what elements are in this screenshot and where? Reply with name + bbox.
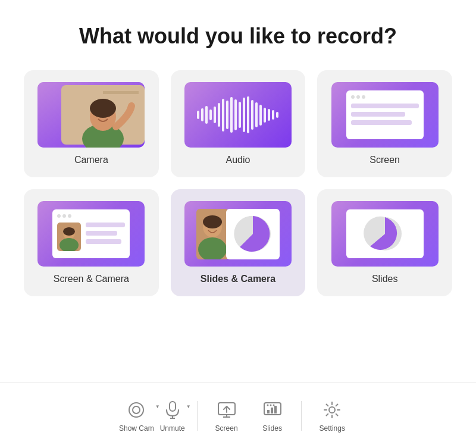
divider-2 bbox=[301, 401, 302, 431]
svg-rect-28 bbox=[274, 406, 277, 413]
slides-icon bbox=[262, 399, 283, 421]
divider-1 bbox=[197, 401, 198, 431]
slides-btn-item[interactable]: Slides bbox=[250, 393, 295, 438]
screen-camera-mockup bbox=[52, 209, 130, 258]
slides-btn-label: Slides bbox=[262, 424, 282, 433]
slides-camera-label: Slides & Camera bbox=[201, 274, 275, 284]
toolbar: Show Cam ▼ Unmute ▼ bbox=[0, 383, 476, 448]
waveform bbox=[197, 96, 278, 133]
gear-icon bbox=[321, 399, 343, 421]
screen-share-icon bbox=[216, 399, 237, 421]
slides-label: Slides bbox=[372, 274, 398, 284]
slides-thumbnail bbox=[331, 201, 439, 267]
card-slides-camera[interactable]: Slides & Camera bbox=[171, 189, 306, 296]
screen-btn-item[interactable]: Screen bbox=[203, 393, 250, 438]
svg-point-32 bbox=[329, 407, 335, 413]
svg-point-12 bbox=[203, 215, 222, 228]
show-cam-item[interactable]: Show Cam ▼ bbox=[119, 399, 160, 433]
screen-camera-label: Screen & Camera bbox=[54, 274, 129, 284]
unmute-label: Unmute bbox=[160, 424, 185, 433]
audio-label: Audio bbox=[226, 155, 250, 165]
svg-point-31 bbox=[273, 404, 274, 406]
svg-rect-27 bbox=[271, 408, 273, 413]
toolbar-group-1: Show Cam ▼ Unmute ▼ bbox=[119, 399, 191, 433]
card-screen[interactable]: Screen bbox=[317, 70, 452, 177]
camera-thumbnail bbox=[37, 82, 145, 148]
recording-options-grid: Camera bbox=[24, 70, 452, 296]
svg-rect-26 bbox=[267, 410, 270, 413]
camera-icon bbox=[126, 399, 147, 421]
card-camera[interactable]: Camera bbox=[24, 70, 159, 177]
svg-point-8 bbox=[63, 227, 75, 236]
card-screen-camera[interactable]: Screen & Camera bbox=[24, 189, 159, 296]
svg-point-5 bbox=[90, 99, 116, 118]
screen-btn-label: Screen bbox=[215, 424, 238, 433]
unmute-arrow[interactable]: ▼ bbox=[186, 404, 191, 409]
toolbar-group-3: Settings bbox=[308, 393, 357, 438]
svg-point-29 bbox=[267, 404, 268, 406]
show-cam-label: Show Cam bbox=[119, 424, 154, 433]
settings-label: Settings bbox=[320, 424, 345, 433]
slides-camera-thumbnail bbox=[184, 201, 292, 267]
main-content: What would you like to record? bbox=[0, 0, 476, 383]
screen-camera-thumbnail bbox=[37, 201, 145, 267]
svg-rect-2 bbox=[103, 91, 139, 94]
screen-mockup bbox=[346, 90, 424, 139]
unmute-item[interactable]: Unmute ▼ bbox=[160, 399, 191, 433]
audio-thumbnail bbox=[184, 82, 292, 148]
mic-icon bbox=[162, 399, 183, 421]
screen-label: Screen bbox=[369, 155, 400, 165]
camera-label: Camera bbox=[74, 155, 108, 165]
page-title: What would you like to record? bbox=[79, 24, 397, 49]
svg-point-17 bbox=[129, 403, 143, 417]
card-audio[interactable]: Audio bbox=[171, 70, 306, 177]
toolbar-group-2: Screen Slides bbox=[203, 393, 295, 438]
svg-point-30 bbox=[270, 404, 271, 406]
screen-thumbnail bbox=[331, 82, 439, 148]
settings-item[interactable]: Settings bbox=[308, 393, 357, 438]
svg-rect-19 bbox=[170, 402, 176, 411]
show-cam-arrow[interactable]: ▼ bbox=[155, 404, 160, 409]
svg-point-18 bbox=[133, 406, 140, 413]
card-slides[interactable]: Slides bbox=[317, 189, 452, 296]
